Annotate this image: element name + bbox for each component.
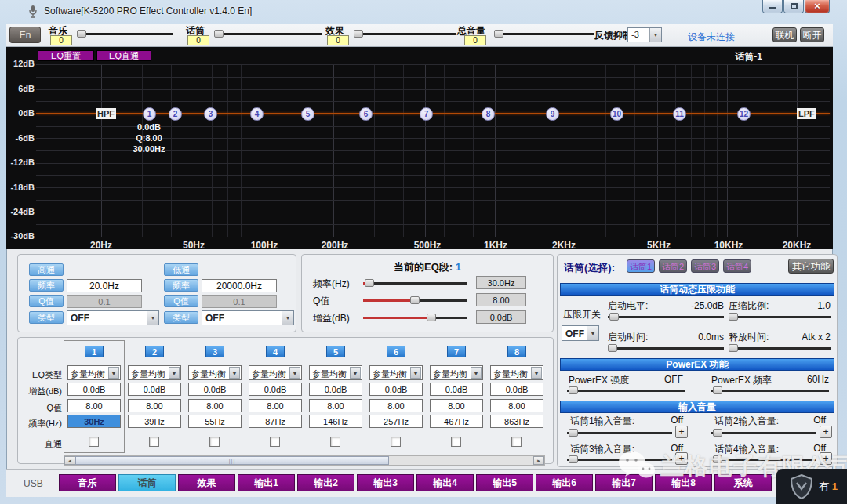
tab-output5[interactable]: 输出5: [476, 474, 533, 491]
q-field[interactable]: 8.00: [67, 399, 121, 412]
gain-field[interactable]: 0.0dB: [430, 383, 483, 396]
eq-point-7[interactable]: 7: [420, 107, 433, 121]
eq-point-12[interactable]: 12: [737, 107, 751, 121]
q-field[interactable]: 8.00: [128, 399, 181, 412]
gain-field[interactable]: 0.0dB: [490, 383, 543, 396]
connect-button[interactable]: 联机: [772, 27, 797, 42]
other-functions-button[interactable]: 其它功能: [788, 259, 834, 274]
q-field[interactable]: 8.00: [188, 399, 242, 412]
lowpass-type-dropdown[interactable]: OFF ▼: [202, 310, 294, 325]
close-button[interactable]: ×: [805, 0, 830, 13]
eq-type-dropdown[interactable]: 参量均衡▼: [67, 365, 121, 380]
mic1-input-slider[interactable]: [567, 432, 672, 434]
mic4-button[interactable]: 话筒4: [723, 259, 751, 273]
freq-field[interactable]: 467Hz: [430, 415, 483, 428]
eq-type-dropdown[interactable]: 参量均衡▼: [430, 365, 483, 380]
effect-volume-value[interactable]: 0: [327, 35, 349, 45]
threshold-slider[interactable]: [608, 316, 724, 318]
mic3-button[interactable]: 话筒3: [691, 259, 719, 273]
eq-reset-button[interactable]: EQ重置: [38, 50, 94, 61]
scrollbar-thumb[interactable]: |||: [75, 456, 389, 465]
eq-point-8[interactable]: 8: [482, 107, 495, 121]
eq-column-number[interactable]: 6: [387, 346, 405, 357]
bypass-checkbox[interactable]: [89, 437, 99, 447]
bypass-checkbox[interactable]: [511, 437, 522, 447]
highpass-freq-field[interactable]: 20.0Hz: [67, 279, 142, 292]
master-volume-slider[interactable]: [494, 33, 594, 35]
tab-effect[interactable]: 效果: [178, 474, 235, 491]
gain-field[interactable]: 0.0dB: [188, 383, 242, 396]
highpass-type-dropdown[interactable]: OFF ▼: [67, 310, 159, 325]
freq-field[interactable]: 39Hz: [128, 415, 181, 428]
q-field[interactable]: 8.00: [309, 399, 362, 412]
gain-field[interactable]: 0.0dB: [369, 383, 423, 396]
effect-volume-slider[interactable]: [354, 33, 456, 35]
freq-field[interactable]: 30Hz: [67, 415, 121, 428]
tab-output3[interactable]: 输出3: [357, 474, 414, 491]
powerex-freq-slider[interactable]: [711, 390, 829, 392]
eq-type-dropdown[interactable]: 参量均衡▼: [188, 365, 242, 380]
eq-column-number[interactable]: 4: [266, 346, 285, 357]
table-scrollbar[interactable]: ◄ ||| ►: [64, 455, 545, 466]
tab-output1[interactable]: 输出1: [238, 474, 295, 491]
bypass-checkbox[interactable]: [391, 437, 401, 447]
eq-column-number[interactable]: 3: [205, 346, 224, 357]
eq-column-number[interactable]: 5: [326, 346, 345, 357]
eq-type-dropdown[interactable]: 参量均衡▼: [490, 365, 543, 380]
notification-overlay[interactable]: 有 1: [776, 469, 847, 504]
eq-type-dropdown[interactable]: 参量均衡▼: [369, 365, 423, 380]
eq-bypass-button[interactable]: EQ直通: [96, 50, 151, 61]
eq-type-dropdown[interactable]: 参量均衡▼: [309, 365, 362, 380]
freq-field[interactable]: 257Hz: [369, 415, 423, 428]
scroll-left-icon[interactable]: ◄: [64, 456, 75, 465]
tab-output6[interactable]: 输出6: [536, 474, 593, 491]
tab-microphone[interactable]: 话筒: [118, 474, 176, 491]
eq-point-11[interactable]: 11: [673, 107, 686, 121]
eq-column-number[interactable]: 2: [145, 346, 164, 357]
mic-volume-value[interactable]: 0: [187, 35, 209, 45]
eq-column-number[interactable]: 7: [447, 346, 466, 357]
scroll-right-icon[interactable]: ►: [533, 456, 544, 465]
disconnect-button[interactable]: 断开: [800, 27, 824, 42]
powerex-strength-slider[interactable]: [567, 390, 685, 392]
freq-field[interactable]: 863Hz: [490, 415, 543, 428]
gain-field[interactable]: 0.0dB: [67, 383, 121, 396]
eq-gain-slider[interactable]: [363, 317, 467, 319]
freq-field[interactable]: 146Hz: [309, 415, 362, 428]
lpf-handle[interactable]: LPF: [797, 108, 816, 119]
eq-point-9[interactable]: 9: [546, 107, 559, 121]
eq-point-2[interactable]: 2: [169, 107, 182, 121]
eq-type-dropdown[interactable]: 参量均衡▼: [128, 365, 181, 380]
eq-q-slider[interactable]: [363, 299, 467, 302]
mic2-input-plus-button[interactable]: +: [820, 426, 832, 438]
freq-field[interactable]: 55Hz: [188, 415, 242, 428]
attack-slider[interactable]: [608, 347, 724, 350]
tab-music[interactable]: 音乐: [59, 474, 116, 491]
eq-point-4[interactable]: 4: [250, 107, 264, 121]
eq-point-1[interactable]: 1: [143, 107, 156, 121]
hpf-handle[interactable]: HPF: [96, 108, 116, 119]
limiter-switch-dropdown[interactable]: OFF ▼: [562, 325, 599, 341]
q-field[interactable]: 8.00: [490, 399, 543, 412]
eq-column-number[interactable]: 8: [507, 346, 526, 357]
eq-freq-slider[interactable]: [363, 282, 467, 285]
tab-output4[interactable]: 输出4: [416, 474, 474, 491]
minimize-button[interactable]: [762, 0, 783, 13]
language-button[interactable]: En: [9, 27, 41, 43]
bypass-checkbox[interactable]: [451, 437, 461, 447]
gain-field[interactable]: 0.0dB: [128, 383, 181, 396]
bypass-checkbox[interactable]: [209, 437, 220, 447]
release-slider[interactable]: [729, 347, 831, 350]
eq-point-6[interactable]: 6: [359, 107, 373, 121]
tab-output2[interactable]: 输出2: [297, 474, 354, 491]
mic1-input-plus-button[interactable]: +: [675, 426, 688, 438]
eq-point-10[interactable]: 10: [610, 107, 623, 121]
q-field[interactable]: 8.00: [249, 399, 302, 412]
gain-field[interactable]: 0.0dB: [309, 383, 362, 396]
bypass-checkbox[interactable]: [330, 437, 340, 447]
gain-field[interactable]: 0.0dB: [249, 383, 302, 396]
music-volume-value[interactable]: 0: [50, 35, 72, 45]
bypass-checkbox[interactable]: [149, 437, 159, 447]
bypass-checkbox[interactable]: [270, 437, 280, 447]
mic2-button[interactable]: 话筒2: [659, 259, 687, 273]
